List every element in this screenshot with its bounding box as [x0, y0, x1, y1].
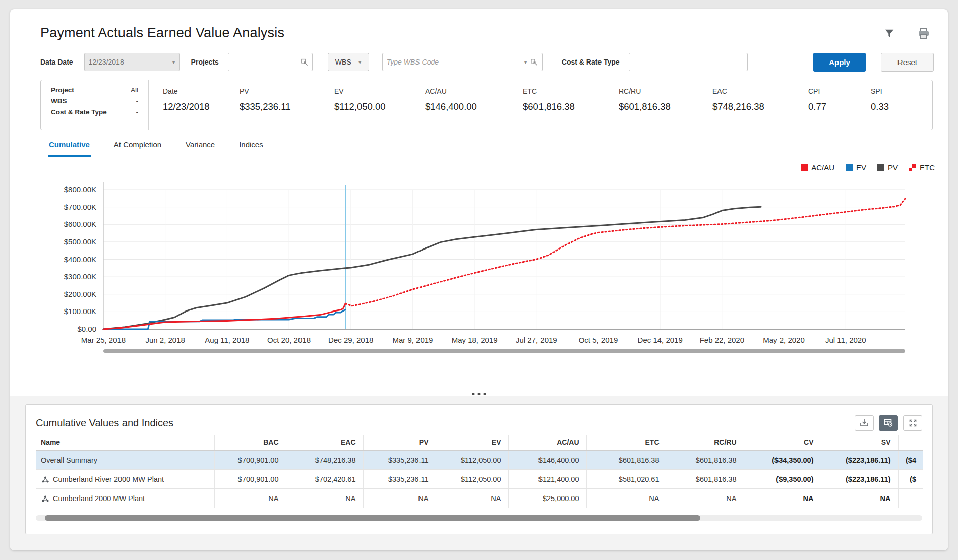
- apply-button[interactable]: Apply: [813, 53, 866, 72]
- value-cell: NA: [744, 489, 821, 508]
- x-tick-label: Oct 5, 2019: [579, 336, 618, 344]
- scope-cost-rate-label: Cost & Rate Type: [51, 108, 107, 116]
- metric-rcru-value: $601,816.38: [619, 101, 712, 112]
- column-header-etc[interactable]: ETC: [586, 435, 667, 451]
- print-button[interactable]: [917, 27, 931, 40]
- table-row[interactable]: Cumberland River 2000 MW Plant$700,901.0…: [36, 470, 923, 489]
- y-tick-label: $200.00K: [64, 290, 96, 298]
- main-panel: Payment Actuals Earned Value Analysis Da…: [10, 9, 948, 550]
- y-tick-label: $0.00: [77, 325, 96, 333]
- column-header-acau[interactable]: AC/AU: [508, 435, 586, 451]
- y-tick-label: $700.00K: [64, 203, 96, 211]
- series-pv[interactable]: [103, 207, 761, 329]
- column-header-pv[interactable]: PV: [363, 435, 436, 451]
- reset-button[interactable]: Reset: [881, 53, 934, 72]
- tab-cumulative[interactable]: Cumulative: [48, 138, 91, 157]
- column-header-ev[interactable]: EV: [436, 435, 508, 451]
- tab-variance[interactable]: Variance: [185, 138, 216, 157]
- value-cell: $581,020.61: [586, 470, 667, 489]
- table-settings-button[interactable]: [879, 415, 898, 431]
- tab-at-completion[interactable]: At Completion: [113, 138, 162, 157]
- bottom-section: Cumulative Values and Indices NameBACEAC…: [10, 396, 948, 550]
- series-acau[interactable]: [103, 303, 345, 329]
- page-title: Payment Actuals Earned Value Analysis: [40, 25, 918, 41]
- value-cell: NA: [286, 489, 363, 508]
- value-cell: [898, 489, 923, 508]
- series-ev[interactable]: [103, 309, 345, 329]
- scope-project-value: All: [131, 86, 138, 94]
- table-gear-icon: [884, 419, 893, 427]
- table-scrollbar-thumb[interactable]: [45, 515, 701, 521]
- picker-icon[interactable]: [301, 58, 308, 66]
- value-cell: $700,901.00: [214, 470, 286, 489]
- column-header-name[interactable]: Name: [36, 435, 214, 451]
- value-cell: ($9,350.00): [744, 470, 821, 489]
- column-header-rcru[interactable]: RC/RU: [667, 435, 744, 451]
- row-name-cell: Cumberland River 2000 MW Plant: [36, 470, 214, 489]
- legend-item-acau[interactable]: AC/AU: [801, 163, 834, 172]
- value-cell: $601,816.38: [586, 451, 667, 470]
- table-row[interactable]: Cumberland 2000 MW PlantNANANANA$25,000.…: [36, 489, 923, 508]
- value-cell: ($223,186.11): [821, 451, 898, 470]
- metric-date-label: Date: [163, 87, 239, 95]
- picker-icon[interactable]: [531, 58, 537, 66]
- expand-icon: [909, 419, 917, 427]
- wbs-selector-button[interactable]: WBS ▾: [328, 53, 369, 71]
- column-header-bac[interactable]: BAC: [214, 435, 286, 451]
- value-cell: NA: [586, 489, 667, 508]
- chevron-down-icon[interactable]: ▾: [524, 58, 527, 66]
- metric-rcru-label: RC/RU: [619, 87, 712, 95]
- cost-rate-type-input[interactable]: [633, 58, 743, 66]
- evm-chart[interactable]: $800.00K$700.00K$600.00K$500.00K$400.00K…: [10, 174, 948, 356]
- metric-etc-label: ETC: [523, 87, 619, 95]
- legend-item-etc[interactable]: ETC: [909, 163, 935, 172]
- legend-label: ETC: [920, 163, 935, 172]
- column-header-clipped[interactable]: [898, 435, 923, 451]
- column-header-cv[interactable]: CV: [744, 435, 821, 451]
- summary-metrics: Date12/23/2018 PV$335,236.11 EV$112,050.…: [149, 80, 932, 130]
- legend-label: PV: [888, 163, 898, 172]
- table-row[interactable]: Overall Summary$700,901.00$748,216.38$33…: [36, 451, 923, 470]
- filter-bar: Data Date 12/23/2018 ▾ Projects WBS ▾ ▾ …: [10, 45, 948, 72]
- chart-horizontal-scrollbar[interactable]: [103, 349, 905, 353]
- chart-legend: AC/AUEVPVETC: [10, 161, 935, 173]
- export-icon: [860, 419, 869, 427]
- panel-resize-handle[interactable]: [10, 388, 948, 396]
- metric-eac-value: $748,216.38: [712, 101, 808, 112]
- y-tick-label: $500.00K: [64, 237, 96, 246]
- legend-item-pv[interactable]: PV: [877, 163, 898, 172]
- table-header-row: NameBACEACPVEVAC/AUETCRC/RUCVSV: [36, 435, 923, 451]
- metric-ev-label: EV: [334, 87, 425, 95]
- x-tick-label: Jun 2, 2018: [145, 336, 185, 344]
- value-cell: $748,216.38: [286, 451, 363, 470]
- x-tick-label: Mar 9, 2019: [392, 336, 433, 344]
- export-button[interactable]: [855, 415, 874, 431]
- view-tabs: Cumulative At Completion Variance Indice…: [10, 130, 948, 157]
- projects-input[interactable]: [232, 58, 301, 66]
- etc-series-marker: [909, 164, 916, 171]
- table-title: Cumulative Values and Indices: [36, 417, 173, 429]
- metric-pv-label: PV: [239, 87, 334, 95]
- x-tick-label: May 2, 2020: [763, 336, 805, 344]
- value-cell: ($4: [898, 451, 923, 470]
- x-tick-label: Aug 11, 2018: [205, 336, 249, 344]
- value-cell: ($223,186.11): [821, 470, 898, 489]
- column-header-eac[interactable]: EAC: [286, 435, 363, 451]
- y-tick-label: $600.00K: [64, 220, 96, 228]
- column-header-sv[interactable]: SV: [821, 435, 898, 451]
- value-cell: $146,400.00: [508, 451, 586, 470]
- table-horizontal-scrollbar[interactable]: [36, 515, 922, 521]
- tab-indices[interactable]: Indices: [238, 138, 264, 157]
- x-tick-label: Mar 25, 2018: [81, 336, 126, 344]
- y-tick-label: $800.00K: [64, 185, 96, 194]
- filter-button[interactable]: [882, 27, 896, 40]
- y-tick-label: $100.00K: [64, 307, 96, 316]
- series-etc[interactable]: [345, 199, 905, 306]
- value-cell: $112,050.00: [436, 451, 508, 470]
- data-date-select[interactable]: 12/23/2018 ▾: [84, 53, 180, 71]
- expand-button[interactable]: [903, 415, 922, 431]
- metric-pv-value: $335,236.11: [239, 101, 334, 112]
- legend-item-ev[interactable]: EV: [846, 163, 866, 172]
- wbs-code-input[interactable]: [387, 58, 521, 66]
- projects-label: Projects: [191, 58, 219, 66]
